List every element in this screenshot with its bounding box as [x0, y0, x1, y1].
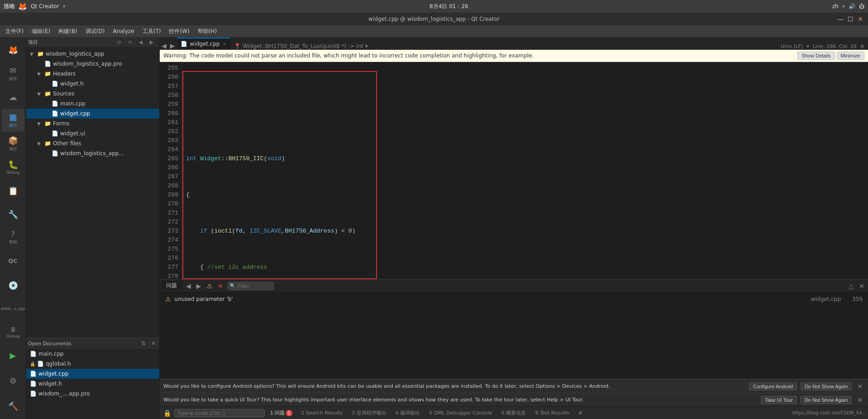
warning-filter-icon[interactable]: ⚠ [205, 281, 215, 290]
sidebar-item-run[interactable]: ▶ [2, 344, 24, 367]
activities-label[interactable]: 活动 [4, 3, 14, 10]
sidebar-item-mail[interactable]: ✉ 邮件 [2, 62, 24, 85]
tab-back-nav[interactable]: ◀ [160, 42, 168, 49]
menu-help[interactable]: 帮助(H) [194, 27, 220, 36]
forward-button[interactable]: ▶ [147, 38, 157, 48]
take-ui-tour-button[interactable]: Take UI Tour [761, 396, 797, 404]
show-details-button[interactable]: Show Details [797, 52, 835, 60]
tree-sources-folder[interactable]: ▼ 📁 Sources [26, 89, 159, 99]
btm-tab-more[interactable]: ⊕ [575, 409, 586, 417]
issue-text: unused parameter 'b' [175, 296, 807, 302]
open-docs-close-btn[interactable]: ✕ [149, 339, 157, 348]
lang-label[interactable]: zh [832, 3, 839, 10]
minimize-warning-button[interactable]: Minimize [837, 52, 864, 60]
btm-tab-compile[interactable]: 4 编译输出 [392, 409, 424, 417]
qt-creator-label[interactable]: Qt Creator [31, 3, 59, 10]
btm-tab-qml[interactable]: 5 QML Debugger Console [425, 409, 496, 417]
issues-filter-input[interactable] [235, 282, 272, 290]
menu-debug[interactable]: 调试(D) [82, 27, 109, 36]
sidebar-item-cloud[interactable]: ☁ [2, 86, 24, 109]
tree-other-folder[interactable]: ▼ 📁 Other files [26, 138, 159, 148]
menu-edit[interactable]: 编辑(E) [28, 27, 54, 36]
do-not-show-android-button[interactable]: Do Not Show Again [801, 382, 852, 390]
sidebar-item-tools[interactable]: 🔧 [2, 203, 24, 225]
filter-button[interactable]: ⊟ [114, 38, 124, 48]
btm-tab-test[interactable]: 8 Test Results [531, 409, 572, 417]
window-title: widget.cpp @ wisdom_logistics_app - Qt C… [368, 16, 500, 22]
close-bottom-btn[interactable]: ✕ [857, 281, 866, 290]
tree-widget-cpp[interactable]: ▶ 📄 widget.cpp [26, 109, 159, 119]
open-doc-widget-cpp[interactable]: 📄 widget.cpp [26, 369, 159, 379]
sidebar-item-disc[interactable]: 💿 [2, 274, 24, 297]
tree-widget-h[interactable]: ▶ 📄 widget.h [26, 79, 159, 89]
code-content[interactable]: int Widget::BH1750_IIC(void) { if (ioctl… [182, 62, 868, 279]
menu-file[interactable]: 文件(F) [2, 27, 27, 36]
tree-forms-folder[interactable]: ▼ 📁 Forms [26, 119, 159, 129]
sidebar-item-debug2[interactable]: 🖥 Debug [2, 321, 24, 343]
sidebar-item-design[interactable]: ▦ 设计 [2, 109, 24, 132]
configure-android-button[interactable]: Configure Android [749, 382, 797, 390]
sidebar-item-wisdo[interactable]: wisdo...s_app [2, 297, 24, 320]
btm-tab-app-output[interactable]: 3 应用程序输出 [348, 409, 390, 417]
tab-widget-cpp-close[interactable]: ✕ [223, 42, 226, 47]
tree-forms-label: Forms [53, 120, 69, 127]
zoom-icon[interactable]: ⊕ [860, 43, 864, 49]
issue-row[interactable]: ⚠ unused parameter 'b' widget.cpp 359 [163, 294, 864, 304]
run-icon: ▶ [10, 351, 16, 360]
close-window-button[interactable]: ✕ [856, 15, 864, 23]
tree-pro-file[interactable]: ▶ 📄 wisdom_logistics_app.pro [26, 59, 159, 69]
nav-prev-issue[interactable]: ◀ [184, 281, 193, 290]
encoding-arrow[interactable]: ▾ [806, 43, 809, 49]
sidebar-item-hammer[interactable]: 🔨 [2, 395, 24, 417]
tree-root[interactable]: ▼ 📁 wisdom_logistics_app [26, 49, 159, 59]
nav-next-issue[interactable]: ▶ [195, 281, 203, 290]
btm-tab-issues[interactable]: 1 问题1 [267, 409, 296, 417]
open-doc-widget-h[interactable]: 📄 widget.h [26, 379, 159, 389]
menu-tools[interactable]: 工具(T) [139, 27, 165, 36]
menu-widgets[interactable]: 控件(W) [165, 27, 193, 36]
close-android-notification[interactable]: ✕ [855, 383, 864, 390]
firefox-icon[interactable]: 🦊 [18, 2, 27, 11]
sidebar-item-qc[interactable]: QC [2, 250, 24, 272]
sidebar-item-docs[interactable]: 📋 [2, 180, 24, 202]
maximize-window-button[interactable]: ☐ [846, 15, 854, 23]
open-doc-qglobal-h[interactable]: 🔒 📄 qglobal.h [26, 359, 159, 369]
code-editor[interactable]: 255 256 257 258 259 260 261 262 263 264 … [160, 62, 868, 279]
close-tour-notification[interactable]: ✕ [855, 396, 864, 404]
sidebar-item-settings[interactable]: ⚙ [2, 370, 24, 392]
tree-widget-ui[interactable]: ▶ 📄 widget.ui [26, 129, 159, 138]
csdn-link[interactable]: https://blog.csdn.net/CSDN_X4... [792, 410, 866, 415]
app-menu-arrow[interactable]: ▾ [63, 3, 66, 10]
menu-analyze[interactable]: Analyze [109, 27, 138, 35]
lang-arrow[interactable]: ▾ [842, 3, 845, 10]
lock-panel-btn[interactable]: 🔒 [162, 408, 172, 418]
lock-icon: 🔒 [30, 362, 35, 367]
open-doc-wisdom-pro[interactable]: 📄 wisdom_....app.pro [26, 389, 159, 399]
qc-icon: QC [8, 257, 18, 264]
power-icon[interactable]: ⏻ [859, 3, 864, 10]
sidebar-item-debug[interactable]: 🐛 Debug [2, 156, 24, 179]
open-docs-panel: Open Documents ⇅ ✕ 📄 main.cpp 🔒 📄 qgloba… [26, 338, 159, 419]
minimize-window-button[interactable]: — [836, 15, 844, 23]
open-docs-sort-btn[interactable]: ⇅ [139, 339, 148, 348]
tree-headers-folder[interactable]: ▼ 📁 Headers [26, 69, 159, 79]
tree-wisdom-pro[interactable]: ▶ 📄 wisdom_logistics_app... [26, 148, 159, 158]
btm-tab-overview[interactable]: 6 概要信息 [498, 409, 530, 417]
tab-forward-nav[interactable]: ▶ [168, 42, 177, 49]
tab-widget-cpp[interactable]: 📄 widget.cpp ✕ [177, 38, 231, 49]
sidebar-item-project[interactable]: 📦 项目 [2, 133, 24, 155]
menu-build[interactable]: 构建(B) [55, 27, 81, 36]
bottom-tab-issues[interactable]: 问题 [162, 281, 181, 290]
btm-tab-search[interactable]: 2 Search Results [298, 409, 347, 417]
error-filter-icon[interactable]: ✕ [216, 281, 225, 290]
open-doc-main-cpp[interactable]: 📄 main.cpp [26, 349, 159, 359]
sidebar-item-help[interactable]: ? 帮助 [2, 226, 24, 249]
do-not-show-tour-button[interactable]: Do Not Show Again [801, 396, 852, 404]
speaker-icon[interactable]: 🔊 [849, 3, 855, 10]
sidebar-item-firefox[interactable]: 🦊 [2, 39, 24, 62]
sync-button[interactable]: ⟲ [125, 38, 135, 48]
expand-bottom-btn[interactable]: △ [847, 281, 855, 290]
locate-input[interactable] [174, 409, 265, 417]
back-button[interactable]: ◀ [136, 38, 146, 48]
tree-main-cpp[interactable]: ▶ 📄 main.cpp [26, 99, 159, 109]
